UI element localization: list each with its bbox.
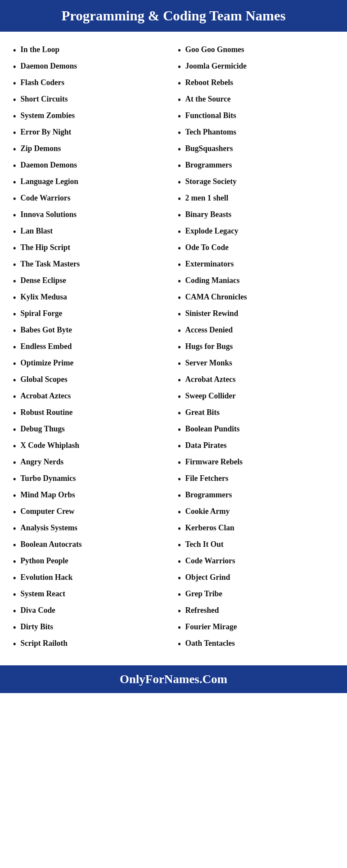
list-item: Reboot Rebels xyxy=(178,75,334,92)
list-item: X Code Whiplash xyxy=(13,438,169,454)
list-item: File Fetchers xyxy=(178,471,334,487)
list-item: The Hip Script xyxy=(13,240,169,256)
list-item: Object Grind xyxy=(178,570,334,586)
list-item: Binary Beasts xyxy=(178,207,334,224)
list-item: Boolean Autocrats xyxy=(13,537,169,553)
left-column: In the LoopDaemon DemonsFlash CodersShor… xyxy=(9,42,174,652)
list-item: Angry Nerds xyxy=(13,454,169,471)
list-item: Firmware Rebels xyxy=(178,454,334,471)
list-item: Code Warriors xyxy=(178,553,334,570)
list-item: Cookie Army xyxy=(178,504,334,520)
list-item: Coding Maniacs xyxy=(178,273,334,289)
list-item: Dense Eclipse xyxy=(13,273,169,289)
list-item: Zip Demons xyxy=(13,141,169,158)
list-item: Brogrammers xyxy=(178,487,334,504)
list-item: Kylix Medusa xyxy=(13,289,169,306)
list-item: Great Bits xyxy=(178,405,334,421)
right-column: Goo Goo GnomesJoomla GermicideReboot Reb… xyxy=(174,42,338,652)
page-title: Programming & Coding Team Names xyxy=(10,8,337,24)
list-item: Brogrammers xyxy=(178,158,334,174)
list-item: Tech Phantoms xyxy=(178,125,334,141)
list-item: Evolution Hack xyxy=(13,570,169,586)
list-item: Exterminators xyxy=(178,256,334,273)
list-item: Spiral Forge xyxy=(13,306,169,322)
list-item: Lan Blast xyxy=(13,224,169,240)
list-item: Innova Solutions xyxy=(13,207,169,224)
list-item: In the Loop xyxy=(13,42,169,59)
list-item: Flash Coders xyxy=(13,75,169,92)
list-item: Explode Legacy xyxy=(178,224,334,240)
list-item: Computer Crew xyxy=(13,504,169,520)
main-content: In the LoopDaemon DemonsFlash CodersShor… xyxy=(0,32,347,661)
list-item: Endless Embed xyxy=(13,339,169,355)
list-item: Functional Bits xyxy=(178,108,334,125)
list-item: Analysis Systems xyxy=(13,520,169,537)
list-item: Python People xyxy=(13,553,169,570)
list-item: Acrobat Aztecs xyxy=(178,372,334,388)
list-item: Refreshed xyxy=(178,603,334,619)
list-item: Sinister Rewind xyxy=(178,306,334,322)
list-item: System React xyxy=(13,586,169,603)
list-item: 2 men 1 shell xyxy=(178,191,334,207)
list-item: Turbo Dynamics xyxy=(13,471,169,487)
list-item: Storage Society xyxy=(178,174,334,191)
list-item: Tech It Out xyxy=(178,537,334,553)
header: Programming & Coding Team Names xyxy=(0,0,347,32)
list-item: Fourier Mirage xyxy=(178,619,334,636)
list-item: Error By Night xyxy=(13,125,169,141)
list-item: Mind Map Orbs xyxy=(13,487,169,504)
list-item: BugSquashers xyxy=(178,141,334,158)
list-item: Short Circuits xyxy=(13,92,169,108)
list-item: The Task Masters xyxy=(13,256,169,273)
list-item: Server Monks xyxy=(178,355,334,372)
list-item: Boolean Pundits xyxy=(178,421,334,438)
list-item: At the Source xyxy=(178,92,334,108)
list-item: Acrobat Aztecs xyxy=(13,388,169,405)
columns-container: In the LoopDaemon DemonsFlash CodersShor… xyxy=(9,42,338,652)
list-item: Language Legion xyxy=(13,174,169,191)
list-item: Grep Tribe xyxy=(178,586,334,603)
list-item: Data Pirates xyxy=(178,438,334,454)
list-item: Joomla Germicide xyxy=(178,59,334,75)
footer: OnlyForNames.Com xyxy=(0,665,347,693)
list-item: Hugs for Bugs xyxy=(178,339,334,355)
list-item: Daemon Demons xyxy=(13,59,169,75)
list-item: Optimize Prime xyxy=(13,355,169,372)
list-item: Babes Got Byte xyxy=(13,322,169,339)
list-item: System Zombies xyxy=(13,108,169,125)
list-item: Kerberos Clan xyxy=(178,520,334,537)
list-item: Sweep Collider xyxy=(178,388,334,405)
list-item: CAMA Chronicles xyxy=(178,289,334,306)
list-item: Daemon Demons xyxy=(13,158,169,174)
footer-text: OnlyForNames.Com xyxy=(10,672,337,686)
list-item: Ode To Code xyxy=(178,240,334,256)
list-item: Goo Goo Gnomes xyxy=(178,42,334,59)
list-item: Oath Tentacles xyxy=(178,636,334,652)
list-item: Script Railoth xyxy=(13,636,169,652)
list-item: Robust Routine xyxy=(13,405,169,421)
list-item: Access Denied xyxy=(178,322,334,339)
list-item: Global Scopes xyxy=(13,372,169,388)
right-list: Goo Goo GnomesJoomla GermicideReboot Reb… xyxy=(178,42,334,652)
left-list: In the LoopDaemon DemonsFlash CodersShor… xyxy=(13,42,169,652)
page-wrapper: Programming & Coding Team Names In the L… xyxy=(0,0,347,693)
list-item: Debug Thugs xyxy=(13,421,169,438)
list-item: Dirty Bits xyxy=(13,619,169,636)
list-item: Code Warriors xyxy=(13,191,169,207)
list-item: Diva Code xyxy=(13,603,169,619)
